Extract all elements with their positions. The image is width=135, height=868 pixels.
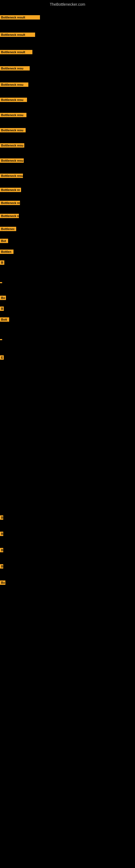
bottleneck-result-item: Bottlenec xyxy=(0,227,16,231)
bottleneck-result-item: Bo xyxy=(0,296,6,300)
bottleneck-result-item: Bottleneck resu xyxy=(0,83,28,87)
bottleneck-result-item: Bottleneck result xyxy=(0,33,35,37)
bottleneck-result-item xyxy=(0,282,2,283)
bottleneck-result-item xyxy=(0,339,2,340)
bottleneck-result-item: Bottleneck resu xyxy=(0,66,30,70)
bottleneck-result-item: B xyxy=(0,516,3,520)
bottleneck-result-item: Bottleneck resu xyxy=(0,113,27,117)
bottleneck-result-item: Bottleneck resu xyxy=(0,143,24,148)
bottleneck-result-item: Bottleneck resu xyxy=(0,98,27,102)
bottleneck-result-item: Bottleneck re xyxy=(0,201,20,205)
bottleneck-result-item: B xyxy=(0,307,4,311)
bottleneck-result-item: Bott xyxy=(0,317,9,322)
bottleneck-result-item: Bottleneck result xyxy=(0,15,40,20)
bottleneck-result-item: Bo xyxy=(0,581,5,585)
bottleneck-result-item: B xyxy=(0,260,4,265)
bottleneck-result-item: E xyxy=(0,355,4,360)
bottleneck-result-item: Bot xyxy=(0,239,8,243)
bottleneck-result-item: Bottleneck resu xyxy=(0,158,24,163)
bottleneck-result-item: B xyxy=(0,548,3,552)
bottleneck-result-item: B xyxy=(0,564,3,568)
bottleneck-result-item: Bottleneck re xyxy=(0,188,21,192)
bottleneck-result-item: Bottleneck resu xyxy=(0,128,26,132)
bottleneck-result-item: Bottleneck result xyxy=(0,50,32,54)
bottleneck-result-item: Bottleneck resu xyxy=(0,174,23,178)
bottleneck-result-item: B xyxy=(0,532,3,536)
bottleneck-result-item: Bottlen xyxy=(0,250,13,254)
bottleneck-result-item: Bottleneck re xyxy=(0,214,19,218)
site-title: TheBottlenecker.com xyxy=(0,0,135,8)
